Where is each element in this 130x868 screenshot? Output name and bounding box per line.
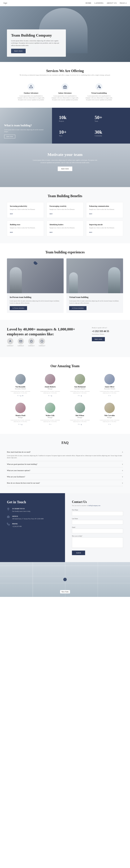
stat-years-num: 10+ [59,129,67,135]
team-member-1: Jennie Roberts Manager Lorem ipsum dolor… [37,372,64,398]
nav-page4[interactable]: PAGE 4 [120,2,127,4]
benefit-trust: Building trust Sample text. Click to sel… [7,221,44,236]
team-grid: Nat Reynolds Associates, Partners Lorem … [7,372,123,427]
benefit-0-link[interactable]: more [10,213,13,215]
exp-inperson-image [7,258,63,293]
exp-virtual-button[interactable]: In-Person Activities [69,306,86,310]
faq-question-1[interactable]: What are good questions for team buildin… [7,463,123,465]
virtual-icon [95,83,102,90]
loved-title: Loved by 40,000+ managers & 1,000,000+ e… [7,327,85,337]
member-6-socials: f t g [68,424,92,425]
map-icon [7,507,10,511]
social-google-icon[interactable]: g [51,395,52,396]
social-twitter-icon[interactable]: t [20,424,20,425]
email-input[interactable] [72,529,123,533]
stat-community: 30k Community [91,126,127,140]
chevron-up-icon: ∧ [122,451,123,453]
social-google-icon[interactable]: g [20,395,21,396]
social-facebook-icon[interactable]: f [109,395,109,396]
map-city-label: New York [60,590,70,593]
loved-logo-1-label: CONTACT [17,345,24,347]
contact-email-link[interactable]: hello@company.com [89,505,100,506]
motivate-section: Motivate your team Lorem ipsum dolor sit… [0,144,130,187]
faq-question-4[interactable]: How do we choose the best event for our … [7,482,123,484]
social-linkedin-icon[interactable]: in [22,395,23,396]
social-facebook-icon[interactable]: f [48,395,49,396]
loved-right-prompt: Ready to speak with us? [92,327,123,329]
faq-item-0: How much lead time do we need? ∧ Lorem i… [7,449,123,461]
social-twitter-icon[interactable]: t [110,395,111,396]
hero-cta-button[interactable]: learn more [11,49,26,53]
benefit-5-link[interactable]: more [89,231,92,233]
social-twitter-icon[interactable]: t [80,395,80,396]
member-5-name: Walter Lilly [39,414,62,416]
services-title: Services We Are Offering [7,69,123,73]
nav-links: HOME LANDING ABOUT US PAGE 4 [86,2,127,4]
benefit-3-desc: Sample text. Click to select the Text El… [10,227,41,229]
loved-phone: +1 212 333 44 55 [92,330,123,333]
faq-q0-text: How much lead time do we need? [7,451,31,453]
exp-virtual-image [67,258,123,293]
social-facebook-icon[interactable]: f [17,395,18,396]
faq-question-3[interactable]: Who are your facilitators? ∨ [7,476,123,478]
social-facebook-icon[interactable]: f [109,424,109,425]
form-group-name: First Name [72,509,123,516]
exp-inperson-button[interactable]: In-Person Activities [10,306,27,310]
social-facebook-icon[interactable]: f [18,424,19,425]
social-facebook-icon[interactable]: f [49,424,50,425]
exp-virtual-desc: Lorem ipsum dolor sit amet consectetur a… [69,300,120,304]
social-twitter-icon[interactable]: t [19,395,19,396]
faq-q1-text: What are good questions for team buildin… [7,463,37,465]
last-name-input[interactable] [72,520,123,525]
submit-button[interactable]: Submit [72,551,85,555]
social-google-icon[interactable]: g [81,424,82,425]
member-2-name: Ann Richmond [68,386,92,388]
stat-years-label: Years [59,135,62,136]
message-textarea[interactable] [72,537,123,548]
social-facebook-icon[interactable]: f [78,424,79,425]
benefit-2-link[interactable]: more [89,213,92,215]
benefit-4-link[interactable]: more [50,231,53,233]
benefit-1-title: Encouraging creativity [50,205,81,207]
service-outdoor-desc: Lorem ipsum dolor sit in reprehenderit i… [17,95,45,101]
stat-years: 10+ Years [55,126,91,140]
social-twitter-icon[interactable]: t [51,424,51,425]
form-group-email: Email [72,527,123,533]
social-twitter-icon[interactable]: t [50,395,50,396]
benefit-3-link[interactable]: more [10,231,13,233]
benefit-4-desc: Sample text. Click to select the Text El… [50,227,81,229]
social-google-icon[interactable]: g [81,395,82,396]
hero-description: Lorem ipsum dolor sit amet, consectetur … [11,40,62,47]
experiences-section: Team building experiences In-Person team… [0,243,130,320]
what-cta-button[interactable]: learn more [4,135,15,138]
stat-team-label: Team [95,120,98,122]
social-facebook-icon[interactable]: f [78,395,79,396]
member-4-desc: Lorem ipsum dolor sit amet, consectetur … [9,420,32,423]
faq-question-0[interactable]: How much lead time do we need? ∧ [7,451,123,453]
experiences-grid: In-Person team building Lorem ipsum dolo… [7,258,123,313]
benefits-title: Team Building Benefits [7,194,123,198]
motivate-cta-button[interactable]: learn more [58,166,72,171]
experiences-title: Team building experiences [7,250,123,254]
nav-about[interactable]: ABOUT US [107,2,117,4]
nav-home[interactable]: HOME [86,2,91,4]
what-section: What is team building? Lorem ipsum dolor… [0,108,130,144]
nav-landing[interactable]: LANDING [94,2,104,4]
social-google-icon[interactable]: g [21,424,22,425]
social-twitter-icon[interactable]: t [80,424,80,425]
member-4-role: Manager [9,417,32,418]
contact-right-title: Contact Us [72,500,123,504]
loved-cta-button[interactable]: learn more [92,337,105,341]
first-name-input[interactable] [72,511,123,516]
loved-logo-0: CONTACT [7,338,13,350]
contact-info-1: OFFICE 100 Smith Street, 3° Avenue New Y… [7,515,58,520]
member-6-role: Manager [68,417,92,418]
benefit-1-link[interactable]: more [50,213,53,215]
loved-right: Ready to speak with us? +1 212 333 44 55… [92,327,123,341]
contact-info-1-content: OFFICE 100 Smith Street, 3° Avenue New Y… [12,515,44,520]
faq-question-2[interactable]: What are your insurance options? ∨ [7,469,123,471]
exp-inperson: In-Person team building Lorem ipsum dolo… [7,258,63,313]
loved-phone-sub: Associations, Partners [92,333,123,335]
social-twitter-icon[interactable]: t [110,424,111,425]
loved-section: Loved by 40,000+ managers & 1,000,000+ e… [0,320,130,357]
